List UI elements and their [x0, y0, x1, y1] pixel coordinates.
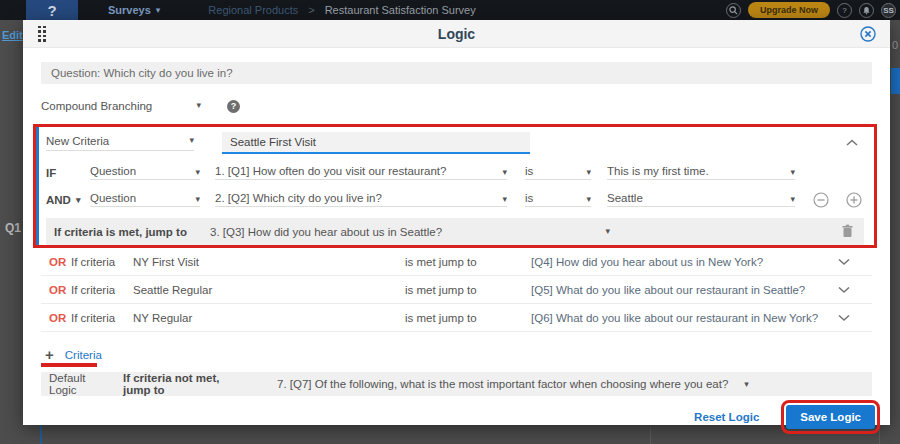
chevron-down-icon[interactable] — [838, 312, 850, 324]
add-condition-icon[interactable] — [846, 192, 862, 208]
surveys-menu[interactable]: Surveys — [108, 4, 151, 16]
criteria-name: Seattle Regular — [133, 284, 405, 296]
remove-condition-icon[interactable] — [813, 192, 829, 208]
criteria-summary-row: OR If criteria NY Regular is met jump to… — [41, 304, 872, 332]
condition-row: IF Question▾ 1. [Q1] How often do you vi… — [46, 159, 864, 186]
connector-select[interactable]: AND ▾ — [46, 194, 90, 206]
upgrade-now-button[interactable]: Upgrade Now — [748, 2, 830, 18]
breadcrumb-current: Restaurant Satisfaction Survey — [325, 4, 476, 16]
delete-criteria-icon[interactable] — [841, 224, 854, 240]
criteria-name: NY Regular — [133, 312, 405, 324]
answer-select[interactable]: This is my first time.▾ — [607, 165, 795, 180]
background-button-fragment — [891, 68, 900, 94]
help-icon[interactable]: ? — [837, 3, 852, 18]
annotation-criteria-box: New Criteria ▾ IF Question▾ 1. [Q1] How … — [33, 124, 877, 248]
criteria-target-question: [Q5] What do you like about our restaura… — [531, 284, 838, 296]
operator-select[interactable]: is▾ — [525, 192, 591, 207]
questionpro-logo-icon[interactable]: ? — [26, 0, 78, 20]
caret-down-icon: ▾ — [586, 167, 591, 177]
criteria-mid: is met jump to — [405, 256, 531, 268]
criteria-prefix: If criteria — [71, 284, 133, 296]
annotation-underline — [41, 363, 97, 367]
modal-title: Logic — [23, 26, 890, 42]
source-select[interactable]: Question▾ — [90, 165, 200, 180]
default-jump-select[interactable]: 7. [Q7] Of the following, what is the mo… — [277, 378, 728, 390]
caret-down-icon: ▾ — [195, 167, 200, 177]
reset-logic-link[interactable]: Reset Logic — [694, 411, 759, 423]
connector-label: IF — [46, 167, 90, 179]
jump-row: If criteria is met, jump to 3. [Q3] How … — [46, 218, 864, 245]
chevron-down-icon[interactable] — [838, 256, 850, 268]
caret-down-icon: ▾ — [586, 194, 591, 204]
close-icon[interactable] — [860, 26, 876, 42]
caret-down-icon: ▾ — [605, 226, 610, 238]
default-logic-label: Default Logic — [49, 372, 113, 396]
caret-down-icon: ▾ — [195, 194, 200, 204]
top-navigation-bar: ? Surveys ▾ Regional Products > Restaura… — [0, 0, 900, 20]
criteria-prefix: If criteria — [71, 312, 133, 324]
caret-down-icon: ▾ — [189, 135, 194, 147]
criteria-mid: is met jump to — [405, 312, 531, 324]
condition-row: AND ▾ Question▾ 2. [Q2] Which city do yo… — [46, 186, 864, 213]
caret-down-icon: ▾ — [790, 194, 795, 204]
caret-down-icon: ▾ — [196, 100, 201, 112]
jump-label: If criteria is met, jump to — [54, 226, 210, 238]
jump-question-select[interactable]: 3. [Q3] How did you hear about us in Sea… — [210, 226, 610, 238]
or-label: OR — [49, 256, 71, 268]
search-icon[interactable] — [726, 3, 741, 18]
default-logic-mid: If criteria not met, jump to — [123, 372, 241, 396]
breadcrumb-separator: > — [308, 4, 314, 16]
operator-select[interactable]: is▾ — [525, 165, 591, 180]
chevron-down-icon[interactable] — [838, 284, 850, 296]
criteria-summary-row: OR If criteria NY First Visit is met jum… — [41, 248, 872, 276]
criteria-name-input[interactable] — [222, 132, 530, 154]
breadcrumb-parent[interactable]: Regional Products — [208, 4, 298, 16]
context-question-bar: Question: Which city do you live in? — [41, 62, 872, 84]
logic-modal: Logic Question: Which city do you live i… — [23, 20, 890, 425]
caret-down-icon: ▾ — [76, 195, 81, 205]
chevron-up-icon[interactable] — [846, 137, 858, 149]
answer-select[interactable]: Seattle▾ — [607, 192, 795, 207]
caret-down-icon: ▾ — [744, 379, 749, 389]
default-logic-row: Default Logic If criteria not met, jump … — [41, 372, 872, 396]
add-criteria-link[interactable]: Criteria — [65, 349, 102, 361]
criteria-name: NY First Visit — [133, 256, 405, 268]
criteria-type-select[interactable]: New Criteria ▾ — [46, 135, 194, 151]
criteria-target-question: [Q4] How did you hear about us in New Yo… — [531, 256, 838, 268]
question-select[interactable]: 2. [Q2] Which city do you live in?▾ — [215, 192, 507, 207]
criteria-target-question: [Q6] What do you like about our restaura… — [531, 312, 838, 324]
caret-down-icon: ▾ — [502, 167, 507, 177]
avatar[interactable]: SS — [881, 3, 896, 18]
criteria-mid: is met jump to — [405, 284, 531, 296]
criteria-prefix: If criteria — [71, 256, 133, 268]
annotation-save-box: Save Logic — [781, 400, 880, 434]
bell-icon[interactable] — [859, 3, 874, 18]
source-select[interactable]: Question▾ — [90, 192, 200, 207]
background-count-fragment: 0 — [892, 39, 898, 51]
caret-down-icon: ▾ — [790, 167, 795, 177]
branching-help-icon[interactable]: ? — [227, 100, 240, 113]
save-logic-button[interactable]: Save Logic — [786, 405, 875, 429]
caret-down-icon: ▾ — [502, 194, 507, 204]
modal-header: Logic — [23, 20, 890, 48]
background-edit-tab: Edit — [2, 29, 23, 41]
surveys-caret-icon: ▾ — [156, 5, 161, 15]
background-question-fragment: Q1 — [5, 221, 21, 235]
or-label: OR — [49, 284, 71, 296]
criteria-summary-row: OR If criteria Seattle Regular is met ju… — [41, 276, 872, 304]
question-select[interactable]: 1. [Q1] How often do you visit our resta… — [215, 165, 507, 180]
branching-type-select[interactable]: Compound Branching ▾ — [41, 100, 201, 112]
or-label: OR — [49, 312, 71, 324]
plus-icon: + — [45, 346, 54, 363]
